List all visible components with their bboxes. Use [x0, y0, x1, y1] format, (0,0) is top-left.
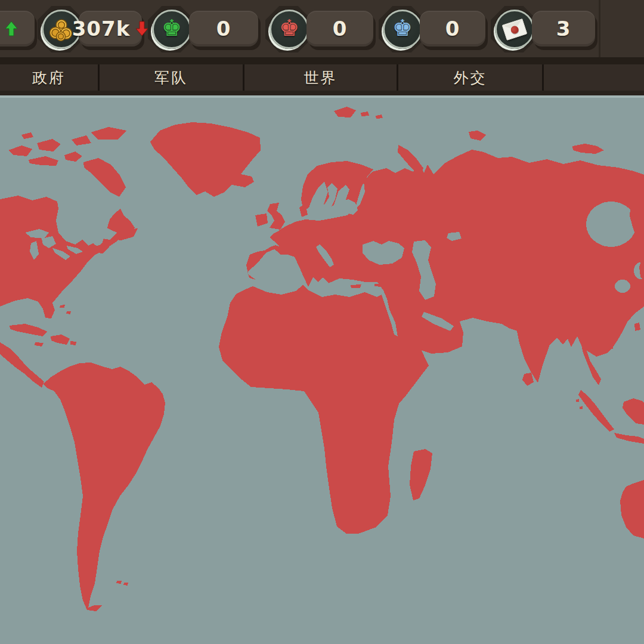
blue-kingdoms-value: 0 [445, 18, 460, 39]
gold-value: 307k [72, 18, 131, 39]
tab-diplomacy[interactable]: 外交 [398, 64, 544, 91]
world-map[interactable] [0, 98, 644, 644]
trend-up-arrow [5, 20, 18, 37]
tab-government[interactable]: 政府 [0, 64, 100, 91]
king-glyph: ♚ [162, 17, 182, 39]
game-screen: { "topbar": { "stats": [ {"name": "incom… [0, 0, 644, 644]
tabbar-filler [544, 64, 644, 91]
topbar-seam [599, 0, 600, 57]
green-kingdoms-value: 0 [216, 18, 231, 39]
red-king-icon: ♚ [270, 10, 309, 49]
red-kingdoms-value: 0 [333, 18, 348, 39]
green-king-icon: ♚ [152, 10, 191, 49]
main-tabbar: 政府 军队 世界 外交 [0, 64, 644, 91]
topbar-divider [0, 57, 644, 64]
resource-topbar: 0 307k [0, 0, 644, 57]
king-glyph: ♚ [279, 17, 299, 39]
tabbar-bottom-edge [0, 91, 644, 95]
trend-down-arrow [135, 20, 148, 37]
tab-world[interactable]: 世界 [244, 64, 398, 91]
tab-military[interactable]: 军队 [100, 64, 244, 91]
envelope-icon [495, 10, 534, 49]
blue-king-icon: ♚ [383, 10, 422, 49]
map-top-highlight [0, 95, 644, 98]
king-glyph: ♚ [392, 17, 413, 39]
messages-value: 3 [556, 18, 571, 39]
